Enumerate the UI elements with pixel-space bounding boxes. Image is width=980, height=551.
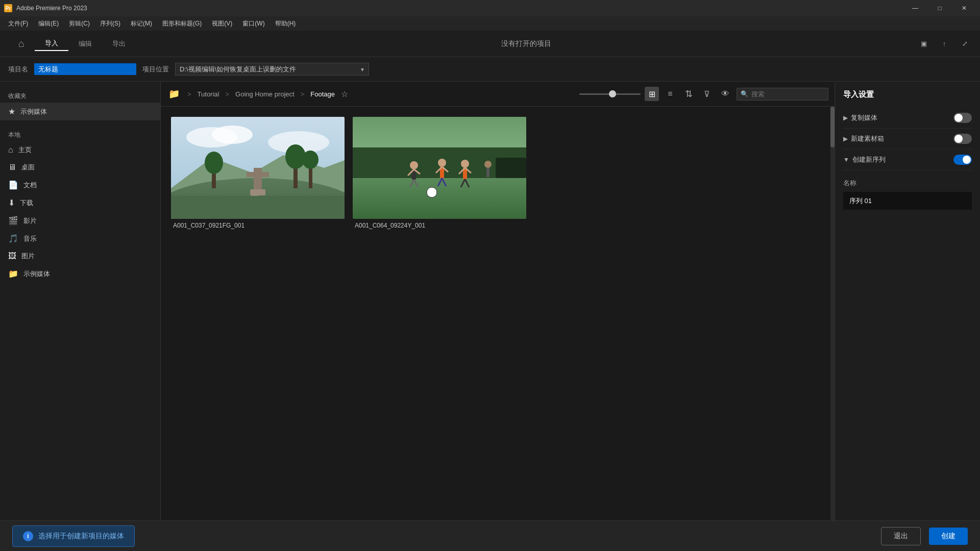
project-name-input[interactable] xyxy=(34,63,136,75)
svg-point-27 xyxy=(438,159,446,167)
tab-edit[interactable]: 编辑 xyxy=(68,37,102,51)
sidebar-item-sample-media-local[interactable]: 📁 示例媒体 xyxy=(0,265,160,283)
expand-icon[interactable]: ⤢ xyxy=(958,37,972,51)
grid-view-button[interactable]: ⊞ xyxy=(645,87,659,101)
svg-rect-9 xyxy=(250,189,265,195)
menu-graphics[interactable]: 图形和标题(G) xyxy=(158,18,206,29)
menu-file[interactable]: 文件(F) xyxy=(4,18,32,29)
list-item[interactable]: A001_C037_0921FG_001 xyxy=(171,117,345,231)
maximize-button[interactable]: □ xyxy=(928,0,951,16)
sequence-name-section: 名称 xyxy=(843,179,972,210)
menu-window[interactable]: 窗口(W) xyxy=(238,18,268,29)
sidebar-item-music[interactable]: 🎵 音乐 xyxy=(0,230,160,247)
bottom-bar: i 选择用于创建新项目的媒体 退出 创建 xyxy=(0,520,980,551)
svg-point-41 xyxy=(484,161,492,168)
sidebar-item-desktop[interactable]: 🖥 桌面 xyxy=(0,159,160,176)
desktop-icon: 🖥 xyxy=(8,163,16,172)
sidebar-item-movies-label: 影片 xyxy=(23,216,37,226)
right-panel-title: 导入设置 xyxy=(843,90,972,99)
scrollbar-track xyxy=(830,107,835,520)
sidebar-item-home[interactable]: ⌂ 主页 xyxy=(0,141,160,159)
new-sequence-toggle[interactable] xyxy=(953,155,972,165)
folder-nav-icon[interactable]: 📁 xyxy=(167,87,181,101)
nav-title: 没有打开的项目 xyxy=(136,39,917,48)
minimize-button[interactable]: — xyxy=(903,0,927,16)
home-button[interactable]: ⌂ xyxy=(8,36,35,52)
sidebar-item-sample-media-local-label: 示例媒体 xyxy=(23,269,50,279)
project-row: 项目名 项目位置 D:\视频编辑\如何恢复桌面上误删的文件 xyxy=(0,57,980,82)
media-thumb-2 xyxy=(353,117,526,219)
menu-help[interactable]: 帮助(H) xyxy=(271,18,300,29)
cancel-button[interactable]: 退出 xyxy=(881,527,921,545)
title-bar: Pr Adobe Premiere Pro 2023 — □ ✕ xyxy=(0,0,980,16)
media-label-2: A001_C064_09224Y_001 xyxy=(353,219,526,231)
list-item[interactable]: A001_C064_09224Y_001 xyxy=(353,117,526,231)
tab-export-label: 导出 xyxy=(112,39,126,48)
sidebar-item-sample-media-fav[interactable]: ★ 示例媒体 xyxy=(0,103,160,120)
zoom-slider[interactable] xyxy=(579,93,641,95)
sidebar-item-movies[interactable]: 🎬 影片 xyxy=(0,212,160,230)
menu-bar: 文件(F) 编辑(E) 剪辑(C) 序列(S) 标记(M) 图形和标题(G) 视… xyxy=(0,16,980,31)
sort-icon[interactable]: ⇅ xyxy=(681,87,696,101)
media-grid: A001_C037_0921FG_001 xyxy=(161,107,835,520)
menu-marker[interactable]: 标记(M) xyxy=(127,18,156,29)
new-sequence-expand[interactable]: ▼ xyxy=(843,156,849,163)
scrollbar-thumb[interactable] xyxy=(830,107,835,147)
project-location-select[interactable]: D:\视频编辑\如何恢复桌面上误删的文件 xyxy=(175,63,369,76)
tab-import[interactable]: 导入 xyxy=(35,37,68,51)
preview-icon[interactable]: 👁 xyxy=(718,87,732,101)
menu-edit[interactable]: 编辑(E) xyxy=(34,18,63,29)
tab-edit-label: 编辑 xyxy=(79,39,92,48)
setting-copy-media: ▶ 复制媒体 xyxy=(843,108,972,129)
breadcrumb-going-home[interactable]: Going Home project xyxy=(235,90,295,98)
new-bin-expand[interactable]: ▶ xyxy=(843,135,848,142)
copy-media-expand[interactable]: ▶ xyxy=(843,114,848,121)
setting-new-sequence: ▼ 创建新序列 xyxy=(843,149,972,170)
sidebar-item-pictures-label: 图片 xyxy=(21,252,35,261)
menu-view[interactable]: 视图(V) xyxy=(208,18,236,29)
sidebar-favorites-title: 收藏夹 xyxy=(0,88,160,103)
menu-sequence[interactable]: 序列(S) xyxy=(96,18,125,29)
new-bin-toggle[interactable] xyxy=(953,134,972,144)
project-name-label: 项目名 xyxy=(8,65,28,74)
close-button[interactable]: ✕ xyxy=(952,0,976,16)
menu-clip[interactable]: 剪辑(C) xyxy=(65,18,94,29)
breadcrumb-tutorial[interactable]: Tutorial xyxy=(198,90,219,98)
search-input[interactable] xyxy=(737,88,828,101)
setting-new-bin-label: ▶ 新建素材箱 xyxy=(843,134,884,143)
sidebar: 收藏夹 ★ 示例媒体 本地 ⌂ 主页 🖥 桌面 📄 文档 ⬇ 下载 🎬 影片 🎵 xyxy=(0,82,161,520)
svg-rect-7 xyxy=(254,168,262,191)
svg-point-11 xyxy=(205,152,223,174)
svg-rect-42 xyxy=(486,168,489,177)
media-thumb-1 xyxy=(171,117,345,219)
sidebar-local-title: 本地 xyxy=(0,127,160,141)
sidebar-item-desktop-label: 桌面 xyxy=(21,163,35,172)
win-controls: — □ ✕ xyxy=(903,0,976,16)
svg-rect-20 xyxy=(496,158,526,178)
svg-point-33 xyxy=(461,160,469,168)
export-icon[interactable]: ↑ xyxy=(937,37,951,51)
star-icon: ★ xyxy=(8,107,15,116)
sidebar-item-pictures[interactable]: 🖼 图片 xyxy=(0,247,160,265)
panel-icon[interactable]: ▣ xyxy=(917,37,931,51)
breadcrumb-star-icon[interactable]: ☆ xyxy=(341,89,348,99)
sidebar-item-music-label: 音乐 xyxy=(23,234,37,243)
folder-icon: 📁 xyxy=(8,269,18,279)
sidebar-item-documents[interactable]: 📄 文档 xyxy=(0,176,160,194)
search-icon: 🔍 xyxy=(741,90,748,97)
sidebar-item-home-label: 主页 xyxy=(18,145,32,155)
browser-toolbar: 📁 > Tutorial > Going Home project > Foot… xyxy=(161,82,835,107)
breadcrumb-sep-2: > xyxy=(301,90,305,98)
create-button[interactable]: 创建 xyxy=(929,528,968,545)
right-panel: 导入设置 ▶ 复制媒体 ▶ 新建素材箱 ▼ 创建新序列 xyxy=(835,82,980,520)
tab-export[interactable]: 导出 xyxy=(102,37,136,51)
copy-media-toggle[interactable] xyxy=(953,113,972,123)
sidebar-item-downloads[interactable]: ⬇ 下载 xyxy=(0,194,160,212)
project-location-label: 项目位置 xyxy=(142,65,169,74)
tab-import-label: 导入 xyxy=(45,39,58,48)
filter-icon[interactable]: ⊽ xyxy=(700,87,714,101)
breadcrumb-sep-0: > xyxy=(187,90,191,98)
sequence-name-input[interactable] xyxy=(843,192,972,210)
list-view-button[interactable]: ≡ xyxy=(663,87,677,101)
nav-right: ▣ ↑ ⤢ xyxy=(917,37,972,51)
